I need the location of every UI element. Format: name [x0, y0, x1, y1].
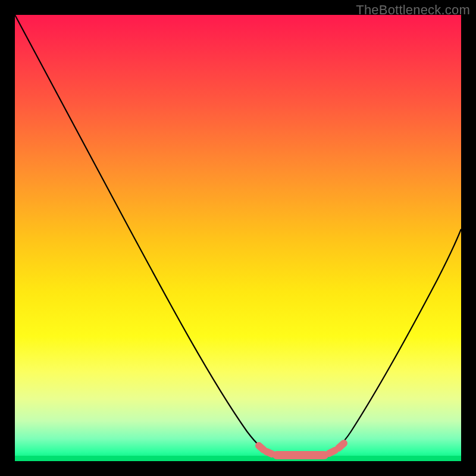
watermark-text: TheBottleneck.com	[356, 2, 470, 18]
bottleneck-curve	[15, 15, 461, 456]
trough-right-dash-2	[339, 443, 344, 448]
trough-right-dash-1	[329, 450, 335, 453]
plot-area	[15, 15, 461, 461]
trough-left-dash-2	[267, 452, 272, 454]
trough-left-dash-1	[259, 446, 264, 450]
chart-frame: TheBottleneck.com	[0, 0, 476, 476]
curve-layer	[15, 15, 461, 461]
